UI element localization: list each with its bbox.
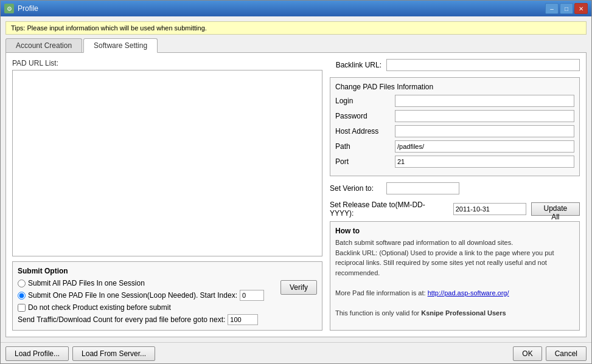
radio-all-pads[interactable]: [18, 280, 26, 287]
submit-options-inner: Submit All PAD Files In one Session Subm…: [18, 279, 317, 325]
tab-software-setting[interactable]: Software Setting: [83, 38, 158, 53]
tabs-container: Account Creation Software Setting: [5, 38, 587, 53]
title-bar-left: ⚙ Profile: [4, 4, 38, 13]
window-title: Profile: [18, 4, 38, 13]
field-row-port: Port: [335, 156, 574, 168]
main-panel: PAD URL List: Submit Option Submit All P…: [5, 53, 587, 337]
change-pad-group: Change PAD Files Information Login Passw…: [330, 77, 580, 176]
radio-one-pad[interactable]: [18, 292, 26, 300]
password-label: Password: [335, 112, 390, 120]
ok-button[interactable]: OK: [513, 346, 542, 361]
submit-options-container: Submit Option Submit All PAD Files In on…: [12, 261, 322, 331]
bottom-right: OK Cancel: [513, 346, 587, 361]
traffic-count-input[interactable]: [228, 314, 258, 325]
start-index-input[interactable]: [240, 290, 264, 301]
how-to-text2: Backlink URL: (Optional) Used to provide…: [335, 249, 554, 276]
pad-url-list[interactable]: [12, 70, 322, 256]
how-to-text4: This function is only valid for: [335, 309, 421, 317]
path-input[interactable]: [395, 140, 574, 153]
right-panel: Backlink URL: Change PAD Files Informati…: [330, 59, 580, 331]
set-release-input[interactable]: [453, 203, 526, 215]
left-panel: PAD URL List: Submit Option Submit All P…: [12, 59, 322, 331]
how-to-link[interactable]: http://pad.asp-software.org/: [428, 289, 509, 297]
minimize-button[interactable]: –: [545, 3, 559, 14]
port-label: Port: [335, 157, 390, 166]
backlink-row: Backlink URL:: [330, 59, 580, 71]
checkbox-row: Do not check Product existing before sub…: [18, 303, 276, 312]
app-icon: ⚙: [4, 4, 14, 13]
pad-url-label: PAD URL List:: [12, 59, 322, 67]
how-to-text: Batch submit software pad information to…: [335, 238, 574, 318]
change-pad-title: Change PAD Files Information: [335, 83, 574, 91]
cancel-button[interactable]: Cancel: [546, 346, 587, 361]
load-profile-button[interactable]: Load Profile...: [5, 346, 69, 361]
how-to-bold: Ksnipe Professional Users: [421, 309, 506, 317]
radio-one-pad-label: Submit One PAD File In one Session(Loop …: [28, 291, 237, 300]
set-release-row: Set Release Date to(MM-DD-YYYY): Update …: [330, 201, 580, 218]
how-to-text1: Batch submit software pad information to…: [335, 239, 513, 246]
update-all-button[interactable]: Update All: [531, 202, 580, 216]
main-window: ⚙ Profile – □ ✕ Tips: Please input infor…: [0, 0, 592, 364]
password-input[interactable]: [395, 110, 574, 122]
field-row-password: Password: [335, 110, 574, 122]
set-release-label: Set Release Date to(MM-DD-YYYY):: [330, 201, 448, 218]
login-label: Login: [335, 97, 390, 105]
title-bar: ⚙ Profile – □ ✕: [1, 1, 591, 16]
bottom-left: Load Profile... Load From Server...: [5, 346, 155, 361]
maximize-button[interactable]: □: [560, 3, 573, 14]
port-input[interactable]: [395, 156, 574, 168]
field-row-login: Login: [335, 95, 574, 107]
window-body: Tips: Please input information which wil…: [1, 16, 591, 342]
checkbox-label: Do not check Product existing before sub…: [28, 303, 171, 312]
how-to-group: How to Batch submit software pad informa…: [330, 221, 580, 331]
tips-text: Tips: Please input information which wil…: [11, 24, 207, 32]
options-left: Submit All PAD Files In one Session Subm…: [18, 279, 276, 325]
title-bar-controls: – □ ✕: [545, 3, 588, 14]
submit-option-group: Submit Option Submit All PAD Files In on…: [12, 261, 322, 331]
radio-row-2: Submit One PAD File In one Session(Loop …: [18, 290, 276, 301]
tab-account-creation[interactable]: Account Creation: [5, 38, 82, 52]
set-version-input[interactable]: [386, 182, 459, 194]
backlink-label: Backlink URL:: [330, 61, 381, 69]
load-from-server-button[interactable]: Load From Server...: [72, 346, 155, 361]
no-check-checkbox[interactable]: [18, 304, 26, 312]
path-label: Path: [335, 142, 390, 151]
field-row-path: Path: [335, 140, 574, 153]
bottom-bar: Load Profile... Load From Server... OK C…: [1, 342, 591, 363]
how-to-title: How to: [335, 227, 574, 235]
radio-row-1: Submit All PAD Files In one Session: [18, 279, 276, 287]
traffic-row: Send Traffic/Download Count for every pa…: [18, 314, 276, 325]
traffic-label: Send Traffic/Download Count for every pa…: [18, 315, 225, 324]
radio-all-pads-label: Submit All PAD Files In one Session: [28, 279, 145, 287]
set-version-row: Set Verion to:: [330, 182, 580, 194]
host-input[interactable]: [395, 125, 574, 137]
how-to-text3: More Pad file information is at:: [335, 289, 428, 297]
set-version-label: Set Verion to:: [330, 184, 381, 193]
verify-btn-area: Verify: [280, 279, 317, 295]
tips-bar: Tips: Please input information which wil…: [5, 21, 587, 35]
verify-button[interactable]: Verify: [280, 280, 317, 295]
field-row-host: Host Address: [335, 125, 574, 137]
login-input[interactable]: [395, 95, 574, 107]
backlink-input[interactable]: [386, 59, 580, 71]
submit-option-title: Submit Option: [18, 267, 317, 275]
close-button[interactable]: ✕: [574, 3, 588, 14]
host-label: Host Address: [335, 127, 390, 136]
